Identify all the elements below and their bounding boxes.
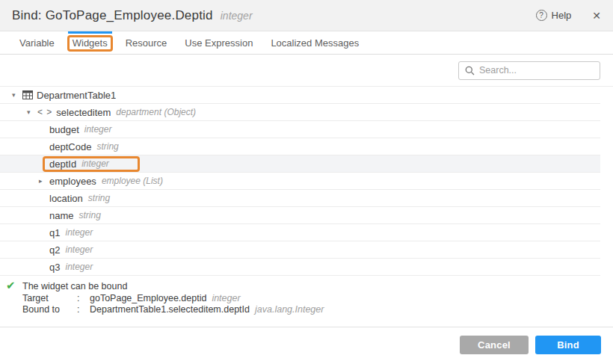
tree-row-selecteditem[interactable]: ▾ < > selecteditem department (Object) — [0, 104, 600, 121]
node-content: employees employee (List) — [49, 176, 163, 187]
status-value-type: integer — [212, 293, 240, 305]
node-name: name — [49, 210, 74, 221]
tree-row-q1[interactable]: q1 integer — [0, 224, 600, 241]
tab-label: Variable — [19, 37, 55, 49]
help-button[interactable]: ? Help — [536, 10, 572, 21]
tree-row-departmenttable1[interactable]: ▾ DepartmentTable1 — [0, 87, 600, 104]
status-value: goToPage_Employee.deptid — [90, 293, 206, 305]
dialog-title: Bind: GoToPage_Employee.Deptid — [12, 8, 213, 23]
status-label: Bound to — [22, 304, 77, 316]
expander-icon[interactable]: ▾ — [12, 91, 22, 99]
node-name: selecteditem — [56, 107, 111, 118]
check-icon: ✔ — [6, 280, 16, 291]
help-label: Help — [552, 10, 572, 21]
status-separator: : — [77, 293, 90, 305]
status-row: Bound to : DepartmentTable1.selecteditem… — [22, 304, 613, 316]
status-label: Target — [22, 293, 77, 305]
table-icon — [22, 90, 33, 99]
tab-label: Localized Messages — [271, 37, 359, 49]
search-box[interactable] — [458, 61, 600, 80]
titlebar-actions: ? Help ✕ — [536, 10, 601, 22]
bind-dialog: Bind: GoToPage_Employee.Deptid integer ?… — [0, 0, 613, 364]
node-content: q3 integer — [49, 262, 93, 273]
tree-row-name[interactable]: name string — [0, 207, 600, 224]
node-type: string — [88, 193, 110, 203]
node-content: q1 integer — [49, 227, 93, 238]
search-icon — [465, 66, 475, 75]
active-tab-indicator — [68, 31, 112, 34]
widget-tree: ▾ DepartmentTable1 ▾ < > sel — [0, 87, 600, 276]
expander-icon[interactable]: ▾ — [27, 108, 37, 116]
node-content: deptId integer — [43, 156, 140, 172]
tab-localized-messages[interactable]: Localized Messages — [262, 31, 368, 54]
dialog-titlebar: Bind: GoToPage_Employee.Deptid integer ?… — [0, 0, 613, 31]
node-name: q3 — [49, 262, 60, 273]
status-row: Target : goToPage_Employee.deptid intege… — [22, 293, 613, 305]
angle-brackets-icon: < > — [37, 107, 52, 117]
tree-row-location[interactable]: location string — [0, 190, 600, 207]
search-row — [0, 55, 613, 87]
cancel-button[interactable]: Cancel — [460, 336, 529, 354]
tab-bar: Variable Widgets Resource Use Expression… — [0, 31, 613, 55]
node-type: string — [79, 210, 101, 220]
node-name: q1 — [49, 227, 60, 238]
dialog-title-type: integer — [221, 10, 253, 22]
node-type: integer — [65, 262, 93, 272]
node-content: DepartmentTable1 — [37, 90, 116, 101]
tab-widgets[interactable]: Widgets — [64, 31, 117, 54]
tab-variable[interactable]: Variable — [10, 31, 64, 54]
node-type: integer — [81, 158, 109, 169]
node-name: budget — [49, 124, 79, 135]
search-input[interactable] — [479, 65, 594, 75]
node-name: employees — [49, 176, 96, 187]
node-content: budget integer — [49, 124, 111, 135]
tree-row-budget[interactable]: budget integer — [0, 121, 600, 138]
node-type: department (Object) — [116, 107, 196, 117]
node-content: deptCode string — [49, 141, 119, 152]
node-name: deptId — [49, 158, 76, 170]
node-content: selecteditem department (Object) — [56, 107, 196, 118]
binding-status: ✔ The widget can be bound Target : goToP… — [0, 276, 613, 316]
tree-row-employees[interactable]: ▸ employees employee (List) — [0, 173, 600, 190]
tree-row-deptcode[interactable]: deptCode string — [0, 138, 600, 155]
node-name: deptCode — [49, 141, 91, 152]
tree-row-q2[interactable]: q2 integer — [0, 241, 600, 259]
bind-button[interactable]: Bind — [535, 336, 601, 354]
status-separator: : — [77, 304, 90, 316]
tab-label: Resource — [126, 37, 167, 49]
help-icon: ? — [536, 10, 547, 21]
tree-row-q3[interactable]: q3 integer — [0, 259, 600, 276]
status-rows: Target : goToPage_Employee.deptid intege… — [22, 293, 613, 316]
node-name: DepartmentTable1 — [37, 90, 116, 101]
dialog-footer: Cancel Bind — [0, 327, 613, 364]
node-name: location — [49, 193, 83, 204]
node-content: location string — [49, 193, 110, 204]
tab-label: Use Expression — [185, 37, 253, 49]
node-type: string — [96, 141, 118, 152]
expander-icon[interactable]: ▸ — [39, 177, 49, 185]
tab-use-expression[interactable]: Use Expression — [176, 31, 262, 54]
status-value: DepartmentTable1.selecteditem.deptId — [90, 304, 250, 316]
node-name: q2 — [49, 244, 60, 256]
node-type: integer — [65, 244, 93, 255]
node-content: q2 integer — [49, 244, 93, 256]
node-type: employee (List) — [102, 176, 163, 186]
status-value-type: java.lang.Integer — [255, 304, 324, 316]
node-content: name string — [49, 210, 101, 221]
tree-row-deptid[interactable]: deptId integer — [0, 155, 600, 173]
status-message: The widget can be bound — [22, 281, 613, 293]
node-type: integer — [65, 227, 93, 238]
node-type: integer — [84, 124, 112, 135]
tab-label: Widgets — [73, 37, 108, 49]
tab-resource[interactable]: Resource — [117, 31, 176, 54]
close-icon[interactable]: ✕ — [592, 10, 601, 22]
